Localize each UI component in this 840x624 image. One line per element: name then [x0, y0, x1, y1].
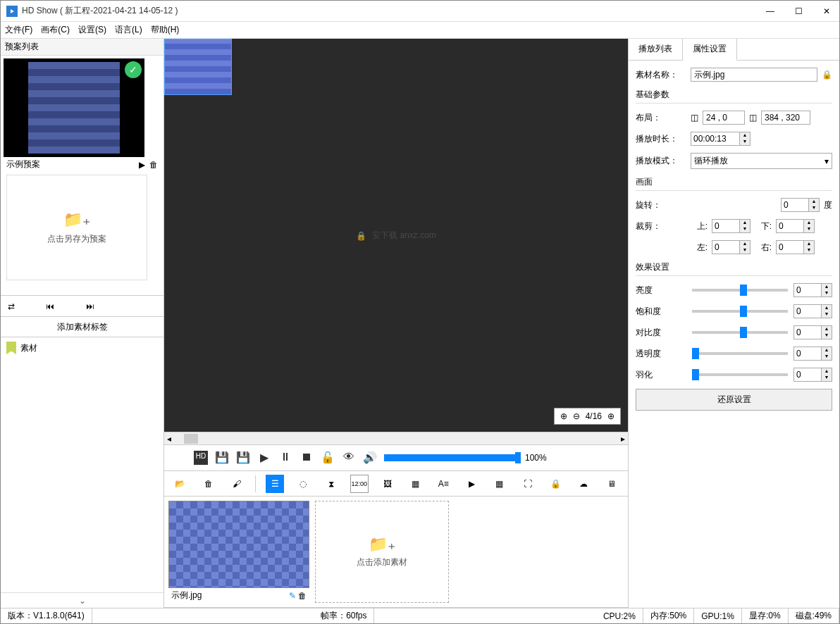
material-name: 示例.jpg [171, 589, 202, 601]
rotate-spinner[interactable]: ▲▼ [781, 198, 820, 212]
app-logo-icon [6, 6, 18, 17]
layers-icon[interactable]: ☰ [266, 475, 284, 493]
placed-material[interactable] [164, 39, 232, 95]
grid-icon[interactable]: ▦ [490, 475, 509, 493]
size-icon: ◫ [749, 113, 757, 123]
crop-bottom-spinner[interactable]: ▲▼ [776, 219, 815, 233]
folder-plus-icon: 📁₊ [63, 211, 91, 229]
fullscreen-icon[interactable]: ⛶ [519, 475, 537, 493]
save-as-icon[interactable]: 💾 [236, 451, 250, 465]
hourglass-icon[interactable]: ⧗ [322, 475, 340, 493]
cloud-icon[interactable]: ☁ [574, 475, 593, 493]
opacity-slider[interactable] [692, 352, 788, 355]
lock-toggle-icon[interactable]: 🔒 [822, 70, 832, 80]
clock-icon[interactable]: 12:00 [350, 475, 369, 493]
material-name-input[interactable] [691, 68, 817, 82]
saturation-slider[interactable] [692, 310, 788, 313]
edit-icon[interactable]: ✎ [289, 591, 296, 601]
material-tab-label: 素材 [20, 342, 37, 354]
tab-properties[interactable]: 属性设置 [683, 39, 737, 61]
menu-language[interactable]: 语言(L) [115, 24, 142, 36]
effect-header: 效果设置 [636, 261, 832, 276]
save-icon[interactable]: 💾 [215, 451, 229, 465]
lock-icon[interactable]: 🔒 [547, 475, 565, 493]
brightness-slider[interactable] [692, 289, 788, 292]
preset-play-icon[interactable]: ▶ [139, 160, 145, 170]
collapse-chevron-icon[interactable]: ⌄ [1, 592, 163, 608]
stop-icon[interactable]: ⏹ [299, 451, 314, 465]
crop-top-spinner[interactable]: ▲▼ [712, 219, 751, 233]
tab-playlist[interactable]: 播放列表 [629, 39, 683, 60]
play-icon[interactable]: ▶ [257, 451, 271, 465]
material-thumbnail[interactable] [168, 501, 309, 588]
volume-slider[interactable] [384, 454, 518, 461]
crop-right-spinner[interactable]: ▲▼ [776, 240, 815, 254]
status-vram: 显存:0% [742, 609, 789, 623]
layout-size-input[interactable] [761, 111, 810, 125]
duration-label: 播放时长： [636, 133, 686, 145]
unlock-icon[interactable]: 🔓 [321, 451, 335, 465]
material-name-label: 素材名称： [636, 69, 686, 81]
material-tab[interactable]: 素材 [1, 337, 163, 358]
loading-icon[interactable]: ◌ [294, 475, 312, 493]
text-icon[interactable]: A≡ [434, 475, 452, 493]
saturation-spinner[interactable]: ▲▼ [793, 304, 832, 318]
preset-list: ✓ 示例预案 ▶ 🗑 📁₊ 点击另存为预案 [1, 56, 163, 295]
delete-material-icon[interactable]: 🗑 [298, 591, 307, 601]
watermark: 🔒安下载 anxz.com [356, 230, 436, 242]
maximize-button[interactable]: ☐ [791, 6, 805, 16]
add-material-button[interactable]: 📁₊ 点击添加素材 [315, 501, 449, 603]
crop-left-spinner[interactable]: ▲▼ [712, 240, 751, 254]
status-gpu: GPU:1% [694, 609, 742, 623]
minimize-button[interactable]: — [763, 6, 777, 16]
status-bar: 版本：V1.1.8.0(641) 帧率：60fps CPU:2% 内存:50% … [1, 608, 839, 623]
preset-delete-icon[interactable]: 🗑 [149, 160, 158, 170]
slideshow-icon[interactable]: ▦ [407, 475, 425, 493]
save-as-preset-button[interactable]: 📁₊ 点击另存为预案 [6, 175, 147, 280]
player-bar: HD 💾 💾 ▶ ⏸ ⏹ 🔓 👁 🔊 100% [164, 444, 628, 471]
contrast-spinner[interactable]: ▲▼ [793, 325, 832, 339]
play-mode-select[interactable]: 循环播放▾ [691, 153, 832, 169]
ribbon-icon [6, 342, 16, 354]
open-folder-icon[interactable]: 📂 [171, 475, 190, 493]
window-title: HD Show ( 新工程-2021-04-21 14-05-12 ) [22, 5, 763, 17]
menu-settings[interactable]: 设置(S) [78, 24, 106, 36]
contrast-slider[interactable] [692, 331, 788, 334]
zoom-in-icon[interactable]: ⊕ [607, 411, 614, 421]
prev-icon[interactable]: ⏮ [46, 301, 54, 311]
layout-position-input[interactable] [703, 111, 745, 125]
trash-icon[interactable]: 🗑 [199, 475, 218, 493]
menu-help[interactable]: 帮助(H) [151, 24, 180, 36]
close-button[interactable]: ✕ [820, 6, 834, 16]
duration-spinner[interactable]: ▲▼ [691, 132, 751, 146]
zoom-fit-icon[interactable]: ⊕ [560, 411, 567, 421]
preset-item[interactable]: ✓ 示例预案 ▶ 🗑 [4, 58, 161, 172]
menu-canvas[interactable]: 画布(C) [41, 24, 70, 36]
menu-file[interactable]: 文件(F) [5, 24, 32, 36]
basic-params-header: 基础参数 [636, 89, 832, 104]
video-icon[interactable]: ▶ [462, 475, 481, 493]
zoom-out-icon[interactable]: ⊖ [573, 411, 580, 421]
shuffle-icon[interactable]: ⇄ [8, 301, 15, 311]
screen-share-icon[interactable]: 🖥 [603, 475, 621, 493]
next-icon[interactable]: ⏭ [86, 301, 94, 311]
preset-thumbnail[interactable]: ✓ [4, 58, 144, 157]
folder-plus-icon: 📁₊ [369, 535, 396, 554]
brightness-spinner[interactable]: ▲▼ [793, 283, 832, 297]
save-preset-label: 点击另存为预案 [47, 233, 106, 245]
horizontal-scrollbar[interactable]: ◂▸ [164, 432, 628, 444]
pause-icon[interactable]: ⏸ [278, 451, 292, 465]
brush-icon[interactable]: 🖌 [228, 475, 246, 493]
volume-icon[interactable]: 🔊 [363, 451, 377, 465]
status-version: 版本：V1.1.8.0(641) [1, 609, 92, 623]
preview-icon[interactable]: 👁 [342, 451, 356, 465]
add-material-label-button[interactable]: 添加素材标签 [1, 316, 163, 337]
feather-spinner[interactable]: ▲▼ [793, 368, 832, 382]
reset-button[interactable]: 还原设置 [636, 389, 832, 411]
image-icon[interactable]: 🖼 [378, 475, 397, 493]
material-item[interactable]: 示例.jpg ✎ 🗑 [168, 501, 309, 603]
feather-slider[interactable] [692, 373, 788, 376]
canvas-area[interactable]: 🔒安下载 anxz.com ⊕ ⊖ 4/16 ⊕ [164, 39, 628, 432]
hd-icon[interactable]: HD [194, 451, 208, 465]
opacity-spinner[interactable]: ▲▼ [793, 347, 832, 361]
